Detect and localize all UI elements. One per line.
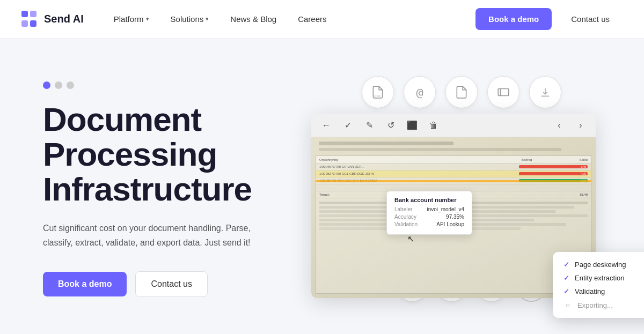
- nav-news-blog[interactable]: News & Blog: [222, 10, 285, 28]
- export-button[interactable]: ⬛: [405, 118, 420, 133]
- hero-actions: Book a demo Contact us: [43, 271, 301, 297]
- process-label-3: Validating: [575, 287, 644, 295]
- nav-actions: Book a demo Contact us: [475, 8, 623, 30]
- nav-book-demo-button[interactable]: Book a demo: [475, 8, 552, 30]
- process-row-4: ○ Exporting... ⋯: [564, 301, 644, 309]
- logo-text: Send AI: [44, 13, 84, 25]
- nav-logo[interactable]: Send AI: [21, 11, 84, 28]
- nav-platform[interactable]: Platform ▾: [105, 10, 158, 28]
- process-label-1: Page deskewing: [575, 261, 641, 269]
- hero-left: Document Processing Infrastructure Cut s…: [43, 71, 301, 313]
- spinner-icon: ○: [564, 301, 572, 309]
- doc-icon: DOC: [362, 76, 394, 108]
- hero-title: Document Processing Infrastructure: [43, 102, 301, 206]
- svg-rect-1: [498, 89, 509, 96]
- hero-right: DOC @ ← ✓ ✎ ↺ ⬛ 🗑: [301, 71, 623, 313]
- tooltip-labeler-value: invoi_model_v4: [427, 206, 465, 212]
- check-icon-3: ✓: [564, 287, 569, 295]
- check-button[interactable]: ✓: [340, 118, 355, 133]
- check-icon-2: ✓: [564, 274, 569, 282]
- process-row-1: ✓ Page deskewing 122ms: [564, 261, 644, 269]
- scan-icon: [487, 76, 519, 108]
- nav-solutions[interactable]: Solutions ▾: [162, 10, 218, 28]
- hero-contact-button[interactable]: Contact us: [135, 271, 207, 297]
- tooltip-validation-label: Validation: [394, 221, 418, 227]
- download-icon: [529, 76, 561, 108]
- prev-button[interactable]: ‹: [552, 118, 567, 133]
- dot-inactive-2: [67, 81, 74, 89]
- process-label-2: Entity extraction: [575, 274, 644, 282]
- chevron-down-icon: ▾: [206, 16, 209, 23]
- logo-icon: [21, 11, 39, 28]
- tooltip-accuracy-value: 97.35%: [446, 214, 464, 220]
- field-tooltip: Bank account number Labeler invoi_model_…: [386, 191, 472, 235]
- edit-button[interactable]: ✎: [362, 118, 377, 133]
- cursor-icon: ↖: [407, 234, 414, 244]
- process-label-4: Exporting...: [577, 301, 644, 309]
- hero-subtitle: Cut significant cost on your document ha…: [43, 221, 258, 250]
- hero-pagination-dots: [43, 81, 301, 89]
- top-input-icons: DOC @: [362, 76, 561, 108]
- browser-toolbar: ← ✓ ✎ ↺ ⬛ 🗑 ‹ ›: [311, 114, 596, 137]
- processing-panel: ✓ Page deskewing 122ms ✓ Entity extracti…: [553, 252, 644, 318]
- check-icon-1: ✓: [564, 261, 569, 269]
- chevron-down-icon: ▾: [146, 16, 149, 23]
- delete-button[interactable]: 🗑: [426, 118, 441, 133]
- nav-contact-button[interactable]: Contact us: [558, 8, 623, 30]
- back-button[interactable]: ←: [319, 118, 334, 133]
- pdf-icon: [445, 76, 478, 108]
- tooltip-validation-row: Validation API Lookup: [394, 221, 464, 227]
- hero-section: Document Processing Infrastructure Cut s…: [0, 39, 644, 334]
- nav-links: Platform ▾ Solutions ▾ News & Blog Caree…: [105, 10, 475, 28]
- navbar: Send AI Platform ▾ Solutions ▾ News & Bl…: [0, 0, 644, 39]
- process-row-3: ✓ Validating 27ms: [564, 287, 644, 295]
- tooltip-validation-value: API Lookup: [436, 221, 464, 227]
- tooltip-labeler-label: Labeler: [394, 206, 412, 212]
- dot-inactive-1: [55, 81, 62, 89]
- svg-text:DOC: DOC: [375, 94, 381, 98]
- tooltip-accuracy-row: Accuracy 97.35%: [394, 214, 464, 220]
- refresh-button[interactable]: ↺: [383, 118, 398, 133]
- dot-active: [43, 81, 50, 89]
- nav-careers[interactable]: Careers: [289, 10, 335, 28]
- hero-book-demo-button[interactable]: Book a demo: [43, 272, 127, 296]
- tooltip-title: Bank account number: [394, 197, 464, 203]
- process-row-2: ✓ Entity extraction 47ms: [564, 274, 644, 282]
- email-icon: @: [404, 76, 436, 108]
- next-button[interactable]: ›: [573, 118, 588, 133]
- tooltip-labeler-row: Labeler invoi_model_v4: [394, 206, 464, 212]
- tooltip-accuracy-label: Accuracy: [394, 214, 416, 220]
